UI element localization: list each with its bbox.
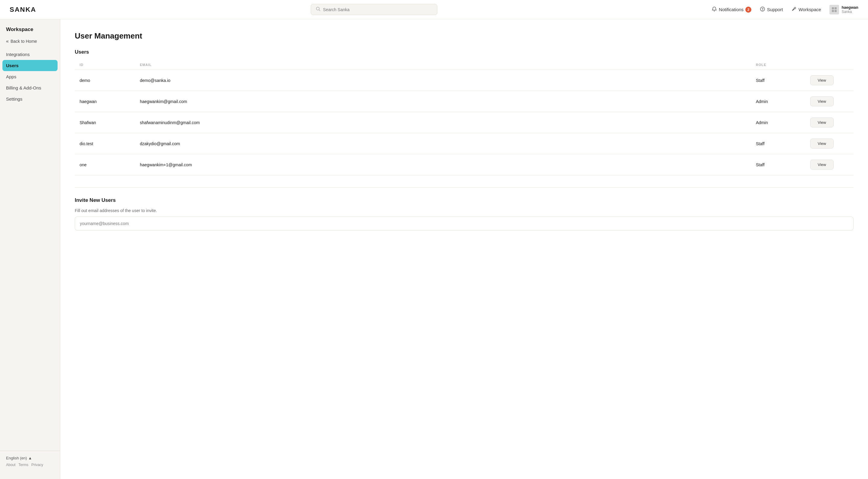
svg-rect-5 (835, 7, 837, 9)
sidebar-item-integrations[interactable]: Integrations (0, 49, 60, 60)
support-button[interactable]: ? Support (760, 6, 783, 13)
sidebar-item-users[interactable]: Users (2, 60, 58, 71)
cell-email: shafwanaminudinm@gmail.com (135, 112, 751, 133)
header: SANKA Notifications 2 ? (0, 0, 868, 19)
user-details: haegwan Sanka (841, 5, 858, 14)
main-content: User Management Users ID EMAIL ROLE demo… (60, 19, 868, 479)
col-header-action (805, 60, 854, 70)
search-icon (316, 7, 321, 12)
sidebar-item-billing[interactable]: Billing & Add-Ons (0, 82, 60, 93)
view-button[interactable]: View (810, 138, 834, 149)
chevron-up-icon: ▲ (28, 456, 32, 460)
workspace-button[interactable]: Workspace (792, 6, 821, 13)
search-input[interactable] (323, 7, 432, 12)
sidebar-footer: English (en) ▲ About Terms Privacy (0, 451, 60, 472)
cell-id: one (75, 154, 135, 175)
notifications-label: Notifications (719, 7, 744, 12)
header-nav: Notifications 2 ? Support Workspace (712, 5, 858, 14)
cell-role: Admin (751, 91, 805, 112)
cell-email: dzakydio@gmail.com (135, 133, 751, 154)
sidebar: Workspace « Back to Home Integrations Us… (0, 19, 60, 479)
svg-rect-7 (835, 10, 837, 12)
user-menu[interactable]: haegwan Sanka (830, 5, 858, 14)
cell-action: View (805, 154, 854, 175)
cell-id: dio.test (75, 133, 135, 154)
footer-links: About Terms Privacy (6, 463, 54, 467)
view-button[interactable]: View (810, 96, 834, 106)
col-header-email: EMAIL (135, 60, 751, 70)
search-bar[interactable] (311, 4, 437, 15)
cell-email: demo@sanka.io (135, 70, 751, 91)
cell-id: demo (75, 70, 135, 91)
cell-id: haegwan (75, 91, 135, 112)
user-name: haegwan (841, 5, 858, 10)
svg-rect-4 (832, 7, 834, 9)
table-row: Shafwan shafwanaminudinm@gmail.com Admin… (75, 112, 854, 133)
sidebar-item-apps[interactable]: Apps (0, 71, 60, 82)
table-row: haegwan haegwankim@gmail.com Admin View (75, 91, 854, 112)
support-label: Support (767, 7, 783, 12)
layout: Workspace « Back to Home Integrations Us… (0, 19, 868, 479)
workspace-label: Workspace (799, 7, 821, 12)
view-button[interactable]: View (810, 75, 834, 85)
wrench-icon (792, 6, 797, 13)
svg-line-1 (319, 10, 320, 11)
cell-role: Staff (751, 133, 805, 154)
about-link[interactable]: About (6, 463, 16, 467)
page-title: User Management (75, 31, 854, 41)
cell-role: Staff (751, 70, 805, 91)
help-icon: ? (760, 6, 765, 13)
privacy-link[interactable]: Privacy (31, 463, 43, 467)
section-divider (75, 187, 854, 188)
notifications-badge: 2 (745, 7, 751, 13)
sidebar-item-settings[interactable]: Settings (0, 93, 60, 104)
language-selector[interactable]: English (en) ▲ (6, 456, 54, 460)
table-row: one haegwankim+1@gmail.com Staff View (75, 154, 854, 175)
svg-text:?: ? (762, 7, 764, 11)
users-section-title: Users (75, 49, 854, 55)
cell-email: haegwankim@gmail.com (135, 91, 751, 112)
svg-rect-6 (832, 10, 834, 12)
bell-icon (712, 6, 717, 13)
users-table: ID EMAIL ROLE demo demo@sanka.io Staff V… (75, 60, 854, 175)
cell-action: View (805, 133, 854, 154)
cell-role: Staff (751, 154, 805, 175)
invite-section: Invite New Users Fill out email addresse… (75, 197, 854, 230)
invite-description: Fill out email addresses of the user to … (75, 208, 854, 213)
sidebar-title: Workspace (0, 27, 60, 36)
language-label: English (en) (6, 456, 27, 460)
logo: SANKA (10, 6, 36, 13)
col-header-role: ROLE (751, 60, 805, 70)
invite-section-title: Invite New Users (75, 197, 854, 203)
invite-email-input[interactable] (75, 217, 854, 230)
table-row: dio.test dzakydio@gmail.com Staff View (75, 133, 854, 154)
sidebar-nav: Integrations Users Apps Billing & Add-On… (0, 49, 60, 104)
notifications-button[interactable]: Notifications 2 (712, 6, 751, 13)
table-row: demo demo@sanka.io Staff View (75, 70, 854, 91)
col-header-id: ID (75, 60, 135, 70)
cell-role: Admin (751, 112, 805, 133)
cell-id: Shafwan (75, 112, 135, 133)
back-arrow-icon: « (6, 38, 9, 44)
view-button[interactable]: View (810, 160, 834, 170)
cell-action: View (805, 70, 854, 91)
cell-email: haegwankim+1@gmail.com (135, 154, 751, 175)
avatar (830, 5, 839, 14)
view-button[interactable]: View (810, 118, 834, 127)
cell-action: View (805, 112, 854, 133)
terms-link[interactable]: Terms (19, 463, 28, 467)
user-workspace: Sanka (841, 10, 858, 14)
back-to-home-button[interactable]: « Back to Home (0, 36, 60, 46)
cell-action: View (805, 91, 854, 112)
back-to-home-label: Back to Home (10, 39, 37, 44)
